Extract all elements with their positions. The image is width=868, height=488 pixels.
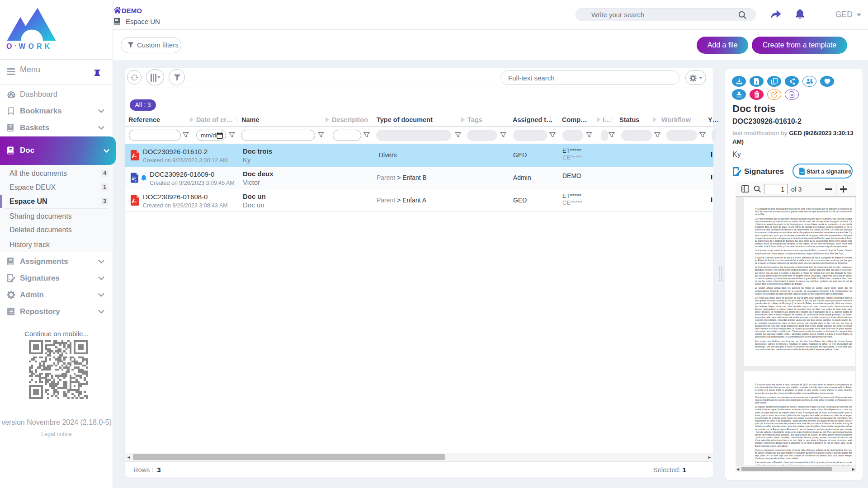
svg-text:w: w [134, 180, 137, 183]
